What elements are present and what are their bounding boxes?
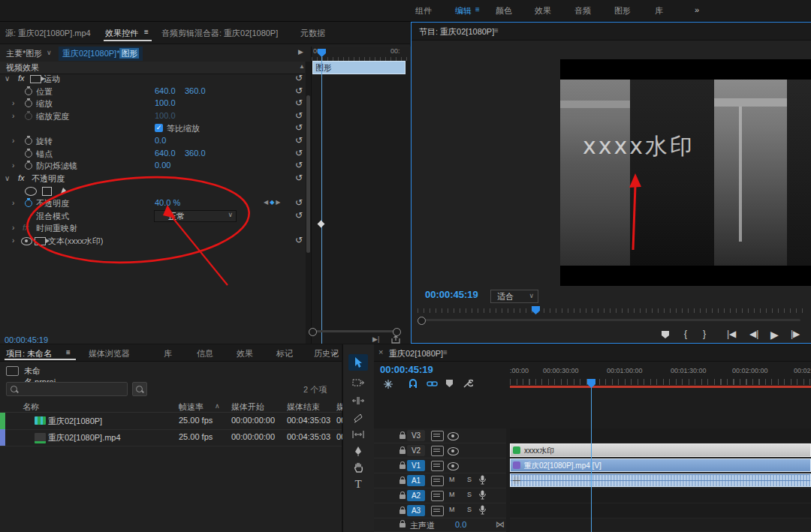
stopwatch-icon[interactable] (25, 162, 32, 170)
clip-video-chongqing[interactable]: 重庆02[1080P].mp4 [V] (510, 458, 811, 472)
disclosure-icon[interactable]: ∨ (5, 174, 10, 182)
uniform-scale-checkbox[interactable]: ✓ (155, 124, 163, 132)
source-patch-icon[interactable] (431, 431, 444, 441)
track-content-v2[interactable]: xxxx水印 (510, 443, 811, 458)
track-content-a1[interactable] (510, 473, 811, 488)
label-chip-green[interactable] (0, 413, 5, 429)
workspace-tab-libraries[interactable]: 库 (655, 5, 663, 17)
tab-effects[interactable]: 效果 (237, 348, 253, 359)
track-content-a2[interactable] (510, 488, 811, 503)
add-marker-icon[interactable] (661, 330, 670, 339)
project-row-sequence[interactable]: 重庆02[1080P] 25.00 fps 00:00:00:00 00:04:… (0, 413, 342, 430)
fit-track-icon[interactable]: ⋈ (496, 519, 505, 530)
pen-tool[interactable] (348, 443, 368, 459)
reset-icon[interactable]: ↺ (295, 136, 303, 146)
track-selector-chevron-icon[interactable]: ∨ (47, 49, 52, 56)
slip-tool[interactable] (348, 426, 368, 443)
column-framerate[interactable]: 帧速率 (179, 401, 204, 413)
project-row-clip[interactable]: 重庆02[1080P].mp4 25.00 fps 00:00:00:00 00… (0, 429, 342, 446)
mute-button[interactable]: M (449, 491, 455, 498)
project-menu-icon[interactable]: ≡ (66, 348, 71, 356)
master-volume-value[interactable]: 0.0 (455, 520, 466, 529)
effect-row-position[interactable]: 位置 640.0 360.0 ↺ (0, 86, 306, 98)
eye-icon[interactable] (448, 432, 459, 440)
stopwatch-icon[interactable] (25, 150, 32, 158)
nest-insert-icon[interactable] (383, 379, 393, 389)
disclosure-icon[interactable]: › (12, 199, 14, 207)
workspace-tab-audio[interactable]: 音频 (574, 5, 591, 17)
lock-icon[interactable] (399, 479, 406, 484)
track-badge-v2[interactable]: V2 (407, 445, 425, 456)
effect-controls-menu-icon[interactable]: ≡ (144, 28, 149, 36)
lock-icon[interactable] (399, 494, 406, 499)
scale-value[interactable]: 100.0 (155, 98, 176, 107)
mark-in-icon[interactable]: { (684, 329, 687, 339)
lock-icon[interactable] (399, 464, 406, 469)
track-content-v1[interactable]: 重庆02[1080P].mp4 [V] (510, 458, 811, 473)
track-select-forward-tool[interactable] (348, 374, 368, 391)
effect-row-scale[interactable]: › 缩放 100.0 ↺ (0, 98, 306, 110)
label-chip-violet[interactable] (0, 429, 5, 446)
mark-out-icon[interactable]: } (703, 329, 706, 339)
pen-mask-icon[interactable] (59, 186, 68, 196)
program-scrollbar[interactable] (425, 319, 800, 321)
program-video-frame[interactable]: xxxx水印 (560, 59, 811, 286)
mute-button[interactable]: M (449, 476, 455, 483)
ellipse-mask-icon[interactable] (25, 187, 37, 196)
workspace-tab-graphics[interactable]: 图形 (614, 5, 631, 17)
track-badge-v3[interactable]: V3 (407, 430, 425, 441)
stopwatch-icon-keyframed[interactable] (25, 200, 32, 207)
lock-icon[interactable] (399, 449, 406, 454)
program-timecode[interactable]: 00:00:45:19 (425, 289, 478, 300)
anchor-y-value[interactable]: 360.0 (185, 149, 206, 158)
source-patch-icon[interactable] (431, 461, 444, 471)
track-badge-a1[interactable]: A1 (407, 475, 425, 486)
reset-icon[interactable]: ↺ (295, 149, 303, 158)
reset-icon[interactable]: ↺ (295, 161, 303, 170)
disclosure-icon[interactable]: ∨ (5, 74, 10, 83)
source-patch-icon[interactable] (431, 506, 444, 516)
close-icon[interactable]: × (378, 347, 383, 356)
project-overflow-icon[interactable]: » (333, 348, 337, 357)
anchor-x-value[interactable]: 640.0 (155, 149, 176, 158)
workspace-tab-assembly[interactable]: 组件 (415, 5, 432, 17)
program-playhead[interactable] (531, 305, 541, 315)
disclosure-icon[interactable]: › (12, 161, 14, 170)
track-content-v3[interactable] (510, 428, 811, 443)
search-bin-button[interactable] (132, 382, 147, 396)
position-x-value[interactable]: 640.0 (155, 86, 176, 95)
voiceover-mic-icon[interactable] (479, 475, 486, 485)
kf-prev-icon[interactable]: ◀ (264, 199, 270, 206)
effect-row-text-layer[interactable]: › 文本(xxxx水印) ↺ (0, 235, 306, 248)
disclosure-icon[interactable]: › (12, 99, 14, 107)
scroll-up-icon[interactable]: ▲ (299, 63, 305, 70)
lock-icon[interactable] (399, 509, 406, 514)
tab-effect-controls[interactable]: 效果控件 (105, 28, 138, 39)
tab-media-browser[interactable]: 媒体浏览器 (89, 348, 130, 359)
hand-tool[interactable] (348, 459, 368, 476)
type-tool[interactable]: T (348, 476, 368, 492)
timeline-playhead[interactable] (586, 378, 596, 389)
reset-icon[interactable]: ↺ (295, 123, 303, 133)
tab-info[interactable]: 信息 (197, 348, 213, 359)
timeline-ruler[interactable]: :00:00 00:00:30:00 00:01:00:00 00:01:30:… (510, 362, 811, 388)
ec-timecode[interactable]: 00:00:45:19 (5, 335, 48, 344)
ripple-edit-tool[interactable] (348, 392, 368, 409)
column-name[interactable]: 名称 (23, 401, 39, 413)
track-badge-v1[interactable]: V1 (407, 460, 425, 471)
timeline-tab[interactable]: 重庆02[1080P] (389, 348, 443, 359)
effect-row-anchor[interactable]: 锚点 640.0 360.0 ↺ (0, 148, 306, 161)
export-frame-icon[interactable] (391, 335, 400, 344)
reset-icon[interactable]: ↺ (295, 211, 303, 221)
reset-icon[interactable]: ↺ (295, 173, 303, 183)
play-icon[interactable]: ▶ (770, 329, 779, 341)
reset-icon[interactable]: ↺ (295, 198, 303, 208)
linked-selection-icon[interactable] (427, 379, 438, 389)
reset-icon[interactable]: ↺ (295, 86, 303, 96)
reset-icon[interactable]: ↺ (295, 74, 303, 83)
reset-icon[interactable]: ↺ (295, 111, 303, 121)
rotation-value[interactable]: 0.0 (155, 136, 166, 145)
blend-mode-dropdown[interactable]: 正常 ∨ (154, 210, 237, 222)
lock-icon[interactable] (399, 523, 406, 527)
program-scroll-handle[interactable] (418, 317, 426, 325)
